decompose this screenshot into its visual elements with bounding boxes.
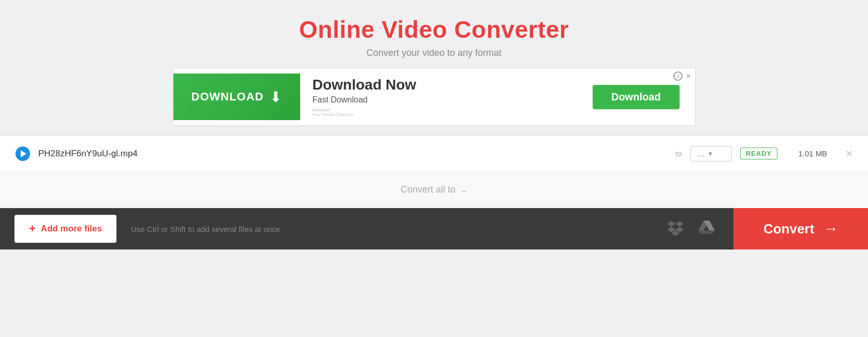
ad-now-title: Download Now bbox=[313, 77, 565, 93]
dropdown-chevron-icon: ▾ bbox=[709, 150, 712, 157]
page-subtitle: Convert your video to any format bbox=[299, 48, 569, 58]
file-name: PH28zHF6nY9uU-gl.mp4 bbox=[38, 149, 667, 159]
ad-left-panel: DOWNLOAD ⬇ bbox=[173, 74, 300, 120]
to-label: to bbox=[675, 149, 682, 158]
page-wrapper: Online Video Converter Convert your vide… bbox=[0, 0, 868, 337]
convert-all-row[interactable]: Convert all to ⌄ bbox=[0, 172, 868, 208]
convert-arrow-icon: → bbox=[823, 221, 838, 237]
ready-badge: READY bbox=[740, 148, 778, 159]
ad-right-panel: Download bbox=[577, 85, 695, 109]
ad-info-icon[interactable]: i bbox=[673, 71, 683, 81]
file-size: 1.01 MB bbox=[786, 149, 827, 158]
convert-all-chevron-icon: ⌄ bbox=[461, 185, 467, 195]
bottom-bar: + Add more files Use Ctrl or Shift to ad… bbox=[0, 208, 868, 250]
convert-label: Convert bbox=[763, 221, 814, 237]
ad-fast-label: Fast Download bbox=[313, 95, 565, 105]
format-dots: ... bbox=[697, 150, 705, 158]
header: Online Video Converter Convert your vide… bbox=[299, 0, 569, 68]
file-row: PH28zHF6nY9uU-gl.mp4 to ... ▾ READY 1.01… bbox=[0, 136, 868, 172]
converter-area: PH28zHF6nY9uU-gl.mp4 to ... ▾ READY 1.01… bbox=[0, 135, 868, 208]
convert-all-label: Convert all to bbox=[401, 184, 455, 195]
page-title: Online Video Converter bbox=[299, 16, 569, 43]
ad-middle-panel: Download Now Fast Download MediaGetFree … bbox=[300, 68, 577, 125]
ad-download-arrow-icon: ⬇ bbox=[270, 89, 282, 106]
cloud-icons bbox=[649, 219, 733, 239]
hint-text: Use Ctrl or Shift to add several files a… bbox=[131, 225, 649, 233]
dropbox-icon[interactable] bbox=[667, 219, 684, 239]
ad-download-button[interactable]: Download bbox=[593, 85, 680, 109]
ad-banner: i × DOWNLOAD ⬇ Download Now Fast Downloa… bbox=[173, 68, 696, 126]
convert-button[interactable]: Convert → bbox=[733, 208, 868, 250]
format-dropdown[interactable]: ... ▾ bbox=[690, 146, 732, 162]
ad-close-icon[interactable]: × bbox=[686, 72, 690, 80]
add-files-label: Add more files bbox=[41, 224, 102, 234]
add-more-files-button[interactable]: + Add more files bbox=[14, 215, 116, 243]
play-icon[interactable] bbox=[16, 146, 30, 161]
ad-icons: i × bbox=[673, 71, 690, 81]
add-plus-icon: + bbox=[29, 222, 36, 236]
google-drive-icon[interactable] bbox=[698, 219, 715, 239]
ad-download-label: DOWNLOAD bbox=[192, 90, 264, 104]
ad-watermark: MediaGetFree Torrent Client 4.x bbox=[313, 108, 565, 117]
file-close-button[interactable]: × bbox=[846, 148, 852, 159]
play-triangle bbox=[21, 150, 26, 157]
